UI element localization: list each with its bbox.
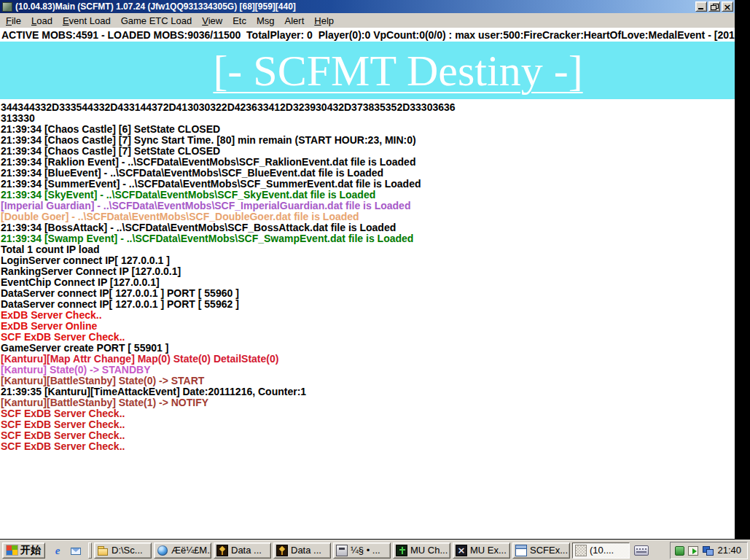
log-line: SCF ExDB Server Check.. <box>1 408 735 419</box>
taskbar: 开始 D:\Sc...Æë¼£M...Data ...Data ...¼§ • … <box>0 540 750 560</box>
taskbar-divider <box>88 542 92 559</box>
menu-item-game-etc-load[interactable]: Game ETC Load <box>116 14 198 28</box>
log-line: 21:39:34 [Chaos Castle] [7] Sync Start T… <box>1 135 735 146</box>
log-line: ExDB Server Online <box>1 321 735 332</box>
log-line: ExDB Server Check.. <box>1 310 735 321</box>
log-line: DataServer connect IP[ 127.0.0.1 ] PORT … <box>1 299 735 310</box>
log-line: 21:39:34 [Chaos Castle] [7] SetState CLO… <box>1 146 735 157</box>
task-button[interactable]: ¼§ • ... <box>333 542 391 559</box>
status-line: ACTIVE MOBS:4591 - LOADED MOBS:9036/1150… <box>0 28 735 42</box>
task-button[interactable]: Æë¼£M... <box>154 542 211 559</box>
minimize-icon <box>698 8 703 9</box>
menu-item-load[interactable]: Load <box>26 14 58 28</box>
log-line: DataServer connect IP[ 127.0.0.1 ] PORT … <box>1 288 735 299</box>
task-button[interactable]: MU Ex... <box>453 542 510 559</box>
task-button-label: MU Ch... <box>410 545 448 556</box>
menu-item-etc[interactable]: Etc <box>227 14 251 28</box>
antivirus-icon[interactable] <box>675 546 684 556</box>
checker-icon <box>575 545 587 556</box>
tray-icons <box>675 545 714 556</box>
device-icon <box>336 545 348 556</box>
log-line: [Kanturu][BattleStanby] State(1) -> NOTI… <box>1 397 735 408</box>
task-button-label: SCFEx... <box>530 545 568 556</box>
log-line: [Kanturu][BattleStanby] State(0) -> STAR… <box>1 376 735 386</box>
menu-item-file[interactable]: File <box>1 14 26 28</box>
task-button-label: ¼§ • ... <box>351 545 380 556</box>
minimize-button[interactable] <box>695 1 707 12</box>
log-line: 21:39:34 [BlueEvent] - ..\SCFData\EventM… <box>1 168 735 179</box>
close-button[interactable] <box>722 1 733 12</box>
banner: [- SCFMT Destiny -] <box>0 42 735 99</box>
task-button-label: MU Ex... <box>470 545 507 556</box>
log-line: 344344332D333544332D433144372D413030322D… <box>1 102 735 113</box>
menu-item-msg[interactable]: Msg <box>251 14 280 28</box>
banner-text: [- SCFMT Destiny -] <box>152 43 582 98</box>
menu-item-view[interactable]: View <box>197 14 227 28</box>
log-line: GameServer create PORT [ 55901 ] <box>1 343 735 354</box>
start-button[interactable]: 开始 <box>2 542 45 559</box>
menu-item-alert[interactable]: Alert <box>280 14 310 28</box>
quick-launch-outlook[interactable] <box>69 542 83 559</box>
task-button[interactable]: Data ... <box>273 542 331 559</box>
restore-button[interactable] <box>708 1 720 12</box>
log-line: [Kanturu][Map Attr Change] Map(0) State(… <box>1 354 735 365</box>
log-line: 21:39:35 [Kanturu][TimeAttackEvent] Date… <box>1 386 735 397</box>
system-tray: 21:40 <box>670 542 748 559</box>
log-line: [Imperial Guardian] - ..\SCFData\EventMo… <box>1 201 735 211</box>
title-bar[interactable]: (10.04.83)Main (SCFMT) 1.07.24 (Jfw1QQ93… <box>0 0 735 13</box>
folder-icon <box>97 545 109 556</box>
task-button-label: Æë¼£M... <box>171 545 211 556</box>
log-line: 21:39:34 [Chaos Castle] [6] SetState CLO… <box>1 124 735 135</box>
task-button[interactable]: Data ... <box>214 542 271 559</box>
task-button[interactable]: MU Ch... <box>393 542 450 559</box>
log-line: SCF ExDB Server Check.. <box>1 332 735 343</box>
log-area[interactable]: 344344332D333544332D433144372D413030322D… <box>0 99 735 452</box>
menu-item-help[interactable]: Help <box>309 14 339 28</box>
log-line: 21:39:34 [Raklion Event] - ..\SCFData\Ev… <box>1 157 735 168</box>
window-controls <box>695 1 733 12</box>
scfmt-window: (10.04.83)Main (SCFMT) 1.07.24 (Jfw1QQ93… <box>0 0 735 539</box>
log-line: Total 1 count IP load <box>1 244 735 255</box>
menu-bar: FileLoadEvent LoadGame ETC LoadViewEtcMs… <box>0 13 735 28</box>
mu-gold-icon <box>216 545 228 556</box>
desktop: (10.04.83)Main (SCFMT) 1.07.24 (Jfw1QQ93… <box>0 0 750 560</box>
mu-green-icon <box>396 545 407 556</box>
task-button-label: D:\Sc... <box>112 545 143 556</box>
globe-icon <box>157 545 168 556</box>
task-button[interactable]: D:\Sc... <box>94 542 152 559</box>
mu-x-icon <box>456 545 467 556</box>
menu-item-event-load[interactable]: Event Load <box>58 14 116 28</box>
sql-server-icon[interactable] <box>688 546 698 556</box>
log-line: SCF ExDB Server Check.. <box>1 441 735 452</box>
task-button[interactable]: SCFEx... <box>512 542 570 559</box>
log-line: 21:39:34 [SkyEvent] - ..\SCFData\EventMo… <box>1 190 735 201</box>
task-button-label: (10.... <box>590 545 614 556</box>
taskbar-clock: 21:40 <box>717 545 741 556</box>
log-line: [Kanturu] State(0) -> STANDBY <box>1 365 735 376</box>
log-line: 21:39:34 [SummerEvent] - ..\SCFData\Even… <box>1 179 735 190</box>
keyboard-icon <box>634 545 649 556</box>
quick-launch-ie[interactable] <box>50 542 65 559</box>
log-line: 21:39:34 [BossAttack] - ..\SCFData\Event… <box>1 222 735 233</box>
outlook-icon <box>70 545 82 556</box>
log-line: LoginServer connect IP[ 127.0.0.1 ] <box>1 255 735 266</box>
app-icon <box>2 2 12 12</box>
log-line: RankingServer Connect IP [127.0.0.1] <box>1 266 735 277</box>
window-title: (10.04.83)Main (SCFMT) 1.07.24 (Jfw1QQ93… <box>15 1 693 12</box>
task-button-label: Data ... <box>291 545 321 556</box>
input-method-button[interactable] <box>632 542 651 559</box>
log-line: 313330 <box>1 113 735 124</box>
log-line: 21:39:34 [Swamp Event] - ..\SCFData\Even… <box>1 233 735 244</box>
task-button[interactable]: (10.... <box>572 542 630 559</box>
windows-flag-icon <box>7 545 17 555</box>
quick-launch <box>47 542 86 559</box>
restore-icon <box>711 4 719 10</box>
window-icon <box>515 545 527 556</box>
log-line: SCF ExDB Server Check.. <box>1 430 735 441</box>
ie-icon <box>52 545 63 556</box>
task-button-label: Data ... <box>231 545 262 556</box>
task-button-strip: D:\Sc...Æë¼£M...Data ...Data ...¼§ • ...… <box>94 542 630 559</box>
log-line: [Double Goer] - ..\SCFData\EventMobs\SCF… <box>1 211 735 222</box>
network-icon[interactable] <box>702 545 714 556</box>
start-label: 开始 <box>20 544 41 557</box>
